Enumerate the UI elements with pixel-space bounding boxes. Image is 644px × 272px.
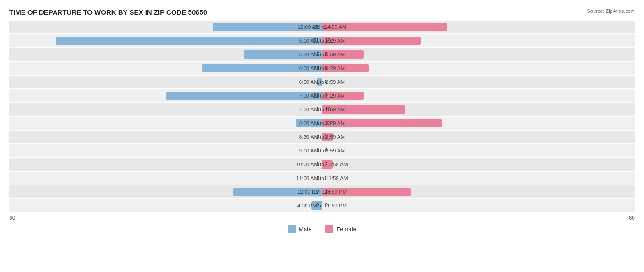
chart-area: 212412:00 AM to 4:59 AM51195:00 AM to 5:… bbox=[9, 21, 635, 212]
time-label: 10:00 AM to 10:59 AM bbox=[296, 162, 348, 167]
male-legend-label: Male bbox=[299, 226, 311, 233]
female-legend-label: Female bbox=[336, 226, 356, 233]
time-label: 11:00 AM to 11:59 AM bbox=[296, 175, 348, 181]
female-legend-box bbox=[325, 225, 333, 233]
time-label: 7:00 AM to 7:29 AM bbox=[299, 93, 345, 98]
bar-row: 2396:00 AM to 6:29 AM bbox=[9, 62, 635, 75]
time-label: 12:00 PM to 3:59 PM bbox=[297, 189, 347, 195]
source-text: Source: ZipAtlas.com bbox=[587, 8, 635, 14]
bar-row: 106:30 AM to 6:59 AM bbox=[9, 76, 635, 88]
time-label: 6:30 AM to 6:59 AM bbox=[299, 79, 345, 85]
bar-row: 009:00 AM to 9:59 AM bbox=[9, 144, 635, 157]
bar-row: 51195:00 AM to 5:29 AM bbox=[9, 34, 635, 47]
chart-title: TIME OF DEPARTURE TO WORK BY SEX IN ZIP … bbox=[9, 8, 635, 16]
time-label: 9:00 AM to 9:59 AM bbox=[299, 148, 345, 153]
male-legend-box bbox=[288, 225, 296, 233]
bar-row: 204:00 PM to 11:59 PM bbox=[9, 199, 635, 212]
bar-row: 1585:30 AM to 5:59 AM bbox=[9, 48, 635, 61]
legend-male: Male bbox=[288, 225, 311, 233]
time-label: 8:00 AM to 8:29 AM bbox=[299, 120, 345, 126]
time-label: 5:00 AM to 5:29 AM bbox=[299, 38, 345, 44]
bar-row: 5238:00 AM to 8:29 AM bbox=[9, 117, 635, 130]
bar-row: 0210:00 AM to 10:59 AM bbox=[9, 158, 635, 171]
axis-row: 60 60 bbox=[9, 215, 635, 221]
bar-row: 171712:00 PM to 3:59 PM bbox=[9, 185, 635, 198]
bar-row: 0011:00 AM to 11:59 AM bbox=[9, 172, 635, 185]
time-label: 6:00 AM to 6:29 AM bbox=[299, 65, 345, 71]
bar-row: 212412:00 AM to 4:59 AM bbox=[9, 21, 635, 33]
bar-row: 0167:30 AM to 7:59 AM bbox=[9, 103, 635, 116]
bar-row: 028:30 AM to 8:59 AM bbox=[9, 131, 635, 143]
male-bar bbox=[56, 37, 322, 45]
bar-row: 3087:00 AM to 7:29 AM bbox=[9, 89, 635, 102]
time-label: 7:30 AM to 7:59 AM bbox=[299, 107, 345, 112]
legend-female: Female bbox=[325, 225, 356, 233]
legend: Male Female bbox=[9, 225, 635, 233]
axis-right: 60 bbox=[629, 215, 635, 221]
time-label: 8:30 AM to 8:59 AM bbox=[299, 134, 345, 140]
time-label: 5:30 AM to 5:59 AM bbox=[299, 52, 345, 57]
time-label: 12:00 AM to 4:59 AM bbox=[298, 24, 347, 30]
chart-container: TIME OF DEPARTURE TO WORK BY SEX IN ZIP … bbox=[0, 0, 644, 247]
time-label: 4:00 PM to 11:59 PM bbox=[297, 203, 347, 208]
male-bar bbox=[166, 92, 322, 100]
axis-left: 60 bbox=[9, 215, 15, 221]
